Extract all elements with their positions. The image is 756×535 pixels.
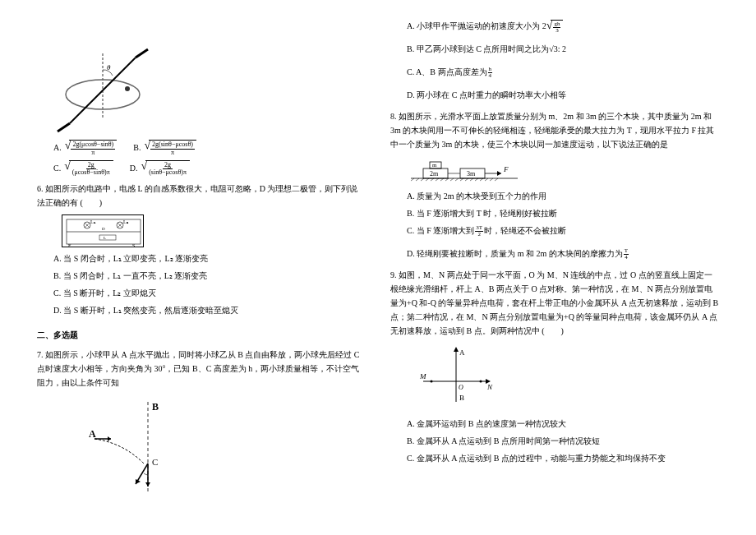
svg-text:B: B	[459, 394, 464, 402]
svg-line-41	[450, 178, 454, 181]
q6-option-A: A. 当 S 闭合时，L₁ 立即变亮，L₂ 逐渐变亮	[53, 251, 366, 266]
svg-line-43	[460, 178, 463, 181]
svg-marker-62	[454, 347, 459, 352]
svg-marker-59	[497, 171, 501, 176]
svg-point-70	[431, 380, 433, 383]
svg-text:θ: θ	[107, 63, 111, 71]
svg-line-44	[465, 178, 468, 181]
right-column: A. 小球甲作平抛运动的初速度大小为 2gh3 B. 甲乙两小球到达 C 点所用…	[378, 16, 731, 519]
q9-options: A. 金属环运动到 B 点的速度第一种情况较大 B. 金属环从 A 点运动到 B…	[407, 417, 719, 466]
q8-option-D: D. 轻绳刚要被拉断时，质量为 m 和 2m 的木块间的摩擦力为T4	[407, 247, 719, 261]
svg-line-50	[495, 178, 498, 181]
q8-options: A. 质量为 2m 的木块受到五个力的作用 B. 当 F 逐渐增大到 T 时，轻…	[407, 189, 719, 261]
svg-text:D: D	[102, 227, 105, 231]
svg-text:B: B	[152, 401, 159, 413]
svg-text:L₂: L₂	[123, 219, 129, 224]
q7-stem: 7. 如图所示，小球甲从 A 点水平抛出，同时将小球乙从 B 点自由释放，两小球…	[37, 348, 366, 390]
projectile-diagram: A B C	[86, 398, 185, 496]
q5-option-B: B. 2g(sinθ−μcosθ)π	[133, 140, 196, 157]
svg-line-3	[136, 49, 148, 58]
svg-point-6	[125, 86, 130, 91]
svg-text:N: N	[486, 383, 493, 391]
svg-text:L: L	[104, 236, 106, 240]
svg-text:2m: 2m	[430, 170, 439, 178]
svg-line-40	[445, 178, 449, 181]
q8-option-B: B. 当 F 逐渐增大到 T 时，轻绳刚好被拉断	[407, 206, 719, 221]
svg-line-39	[440, 178, 444, 181]
q8-stem: 8. 如图所示，光滑水平面上放置质量分别为 m、2m 和 3m 的三个木块，其中…	[390, 109, 719, 151]
q5-option-A: A. 2g(μcosθ−sinθ)π	[53, 140, 117, 157]
svg-text:M: M	[419, 372, 426, 380]
svg-marker-24	[108, 436, 111, 441]
svg-text:F: F	[503, 165, 509, 173]
q9-option-A: A. 金属环运动到 B 点的速度第一种情况较大	[407, 417, 719, 431]
svg-text:m: m	[432, 162, 437, 168]
option-label: A.	[53, 141, 62, 155]
q9-stem: 9. 如图，M、N 两点处于同一水平面，O 为 M、N 连线的中点，过 O 点的…	[390, 268, 719, 338]
svg-line-47	[480, 178, 483, 181]
svg-marker-31	[145, 482, 150, 487]
q7-option-A: A. 小球甲作平抛运动的初速度大小为 2gh3	[407, 19, 719, 34]
q7-option-B: B. 甲乙两小球到达 C 点所用时间之比为√3: 2	[407, 42, 719, 57]
svg-text:A: A	[89, 428, 96, 440]
axis-diagram: A B M N O	[415, 344, 497, 410]
q8-option-C: C. 当 F 逐渐增大到3T2时，轻绳还不会被拉断	[407, 224, 719, 238]
q8-option-A: A. 质量为 2m 的木块受到五个力的作用	[407, 189, 719, 204]
svg-line-33	[411, 178, 414, 181]
q6-stem: 6. 如图所示的电路中，电感 L 的自感系数很大，电阻可忽略，D 为理想二极管，…	[37, 182, 366, 210]
option-label: B.	[133, 141, 141, 155]
svg-text:C: C	[152, 457, 158, 467]
q6-option-B: B. 当 S 闭合时，L₁ 一直不亮，L₂ 逐渐变亮	[53, 269, 366, 284]
svg-point-71	[480, 380, 482, 383]
left-column: θ A. 2g(μcosθ−sinθ)π B. 2g(sinθ−μcosθ)π …	[25, 16, 378, 519]
option-label: C.	[53, 161, 61, 176]
q7-option-C: C. A、B 两点高度差为h4	[407, 65, 719, 80]
svg-line-35	[421, 178, 424, 181]
svg-text:3m: 3m	[467, 170, 476, 178]
svg-line-38	[436, 178, 439, 181]
svg-text:E: E	[68, 243, 71, 248]
q6-option-C: C. 当 S 断开时，L₂ 立即熄灭	[53, 286, 366, 301]
svg-line-37	[431, 178, 434, 181]
q7-option-D: D. 两小球在 C 点时重力的瞬时功率大小相等	[407, 88, 719, 103]
svg-text:O: O	[459, 384, 463, 391]
blocks-diagram: m 2m 3m F	[407, 158, 522, 182]
svg-text:L₁: L₁	[90, 219, 96, 224]
q9-option-B: B. 金属环从 A 点运动到 B 点所用时间第一种情况较短	[407, 434, 719, 449]
option-label: D.	[130, 161, 138, 176]
q9-option-C: C. 金属环从 A 点运动到 B 点的过程中，动能与重力势能之和均保持不变	[407, 451, 719, 466]
q6-options: A. 当 S 闭合时，L₁ 立即变亮，L₂ 逐渐变亮 B. 当 S 闭合时，L₁…	[53, 251, 366, 318]
svg-line-4	[58, 123, 70, 131]
q5-option-D: D. 2g(sinθ−μcosθ)π	[130, 160, 190, 178]
circuit-diagram: L₁ L₂ L E S D	[62, 214, 144, 247]
svg-line-34	[416, 178, 419, 181]
q5-option-C: C. 2g(μcosθ−sinθ)π	[53, 160, 113, 178]
svg-line-49	[490, 178, 493, 181]
q5-options-row2: C. 2g(μcosθ−sinθ)π D. 2g(sinθ−μcosθ)π	[53, 160, 366, 178]
svg-line-46	[475, 178, 478, 181]
svg-text:S: S	[132, 243, 135, 248]
svg-line-36	[426, 178, 429, 181]
svg-line-48	[485, 178, 488, 181]
svg-line-45	[470, 178, 473, 181]
q5-options-row1: A. 2g(μcosθ−sinθ)π B. 2g(sinθ−μcosθ)π	[53, 140, 366, 157]
q7-options: A. 小球甲作平抛运动的初速度大小为 2gh3 B. 甲乙两小球到达 C 点所用…	[407, 19, 719, 103]
svg-text:A: A	[459, 348, 465, 357]
tilted-rod-diagram: θ	[53, 49, 168, 131]
svg-rect-17	[99, 235, 116, 240]
q6-option-D: D. 当 S 断开时，L₁ 突然变亮，然后逐渐变暗至熄灭	[53, 303, 366, 318]
section-2-heading: 二、多选题	[37, 328, 366, 343]
svg-line-42	[455, 178, 459, 181]
